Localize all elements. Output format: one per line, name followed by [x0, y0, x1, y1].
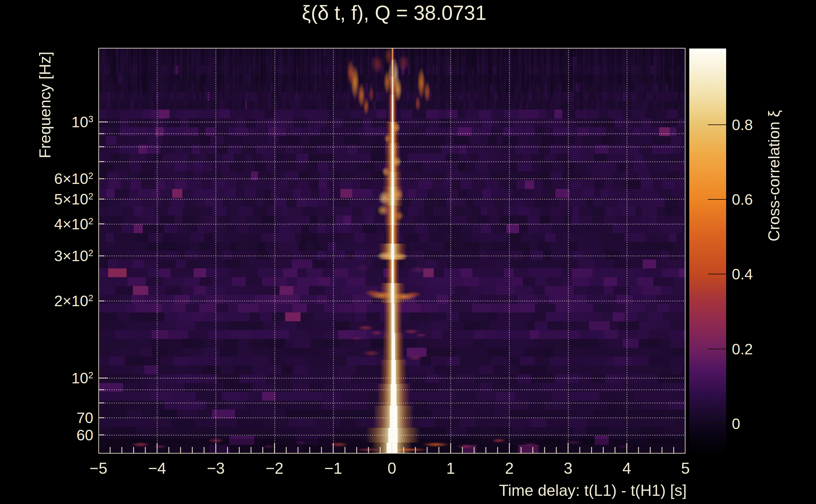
x-tick-label: 1	[446, 459, 455, 478]
colorbar-tick	[708, 124, 727, 125]
colorbar-title: Cross-correlation ξ	[765, 110, 783, 242]
x-tick-label: 5	[681, 459, 690, 478]
y-tick-label: 102	[72, 369, 93, 387]
y-tick-label: 70	[77, 409, 93, 427]
y-tick-label: 5×102	[54, 190, 93, 208]
x-tick-label: −4	[148, 459, 166, 478]
x-tick-label: −5	[89, 459, 107, 478]
colorbar-tick-label: 0	[732, 415, 740, 432]
colorbar-tick	[708, 423, 727, 424]
colorbar-tick	[708, 349, 727, 349]
colorbar-tick-label: 0.8	[732, 116, 753, 133]
y-tick-label: 6×102	[54, 170, 93, 187]
x-tick-label: 0	[388, 459, 396, 478]
y-tick-label: 60	[77, 426, 93, 444]
y-axis-title: Frequency [Hz]	[36, 51, 54, 158]
spectrogram-canvas	[98, 48, 686, 454]
colorbar-tick-label: 0.4	[732, 266, 753, 283]
x-tick-label: 4	[623, 459, 631, 478]
x-axis-title: Time delay: t(L1) - t(H1) [s]	[499, 481, 687, 500]
colorbar	[689, 49, 726, 456]
colorbar-tick-label: 0.6	[732, 191, 753, 208]
x-tick-label: −3	[207, 459, 225, 478]
colorbar-tick-label: 0.2	[732, 340, 753, 358]
colorbar-tick	[708, 199, 727, 200]
x-tick-label: −2	[266, 459, 284, 478]
colorbar-gradient	[689, 49, 726, 456]
x-tick-label: 3	[564, 459, 572, 478]
y-tick-label: 103	[72, 113, 93, 131]
x-tick-label: −1	[324, 459, 342, 478]
x-tick-label: 2	[505, 459, 514, 478]
qscan-figure: ξ(δ t, f), Q = 38.0731 Frequency [Hz] Ti…	[0, 0, 816, 504]
colorbar-tick	[708, 274, 727, 274]
y-tick-label: 2×102	[54, 292, 93, 310]
page-title: ξ(δ t, f), Q = 38.0731	[302, 1, 486, 25]
y-tick-label: 3×102	[54, 247, 93, 265]
y-tick-label: 4×102	[54, 215, 93, 232]
